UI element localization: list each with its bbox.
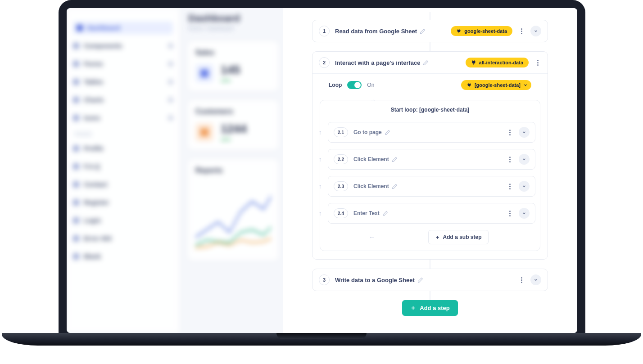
plug-icon <box>456 28 462 34</box>
step-number: 2 <box>319 57 330 68</box>
substep-card: 2.3 Click Element <box>328 176 535 197</box>
step-card-1: 1 Read data from Google Sheet google-she… <box>312 20 548 42</box>
expand-button[interactable] <box>519 154 530 165</box>
more-menu[interactable] <box>518 27 525 35</box>
loop-arrow-right-icon: → <box>370 96 376 103</box>
screen: Dashboard Components Forms Tables Charts… <box>67 8 577 333</box>
pencil-icon[interactable] <box>423 60 429 66</box>
step-number: 3 <box>319 274 330 285</box>
data-tag: google-sheet-data <box>451 26 512 36</box>
connector-line <box>430 12 430 20</box>
pencil-icon[interactable] <box>392 157 398 162</box>
arrow-up-icon: ↑ <box>317 210 323 217</box>
expand-button[interactable] <box>519 208 530 219</box>
chevron-down-icon <box>534 278 538 282</box>
pencil-icon[interactable] <box>385 130 390 135</box>
laptop-notch <box>276 333 367 339</box>
substep-card: 2.4 Enter Text <box>328 203 535 224</box>
add-sub-step-button[interactable]: Add a sub step <box>428 230 488 244</box>
plus-icon <box>435 235 440 240</box>
substep-number: 2.4 <box>334 208 348 218</box>
arrow-up-icon: ↑ <box>317 183 323 190</box>
substep-number: 2.3 <box>334 181 348 191</box>
loop-label: Loop <box>329 82 342 88</box>
substep-number: 2.2 <box>334 154 348 164</box>
loop-frame-title: Start loop: [google-sheet-data] <box>320 100 540 116</box>
loop-arrow-left-icon: ← <box>369 234 375 241</box>
substep-card: 2.1 Go to page <box>328 122 535 143</box>
pencil-icon[interactable] <box>392 184 398 189</box>
plug-icon <box>466 82 472 88</box>
substep-number: 2.1 <box>334 127 348 137</box>
arrow-up-icon: ↑ <box>317 156 323 163</box>
step-title: Read data from Google Sheet <box>335 28 445 35</box>
add-step-button[interactable]: Add a step <box>402 300 457 316</box>
chevron-down-icon <box>522 130 526 135</box>
chevron-down-icon <box>523 83 528 87</box>
plus-icon <box>410 305 416 311</box>
step-title: Interact with a page's interface <box>335 59 460 66</box>
substep-title: Click Element <box>353 156 501 162</box>
background-blurred-ui: Dashboard Components Forms Tables Charts… <box>67 8 283 333</box>
loop-state: On <box>367 82 374 88</box>
data-tag: all-interaction-data <box>466 58 529 67</box>
step-card-3: 3 Write data to a Google Sheet <box>312 269 548 291</box>
arrow-up-icon: ↑ <box>317 129 323 136</box>
pencil-icon[interactable] <box>420 28 426 34</box>
chevron-down-icon <box>522 211 526 216</box>
plug-icon <box>471 60 476 65</box>
expand-button[interactable] <box>519 127 530 138</box>
chevron-down-icon <box>534 29 538 33</box>
more-menu[interactable] <box>506 183 513 190</box>
step-title: Write data to a Google Sheet <box>335 277 512 283</box>
connector-line <box>430 260 430 269</box>
more-menu[interactable] <box>518 276 525 283</box>
loop-source-select[interactable]: [google-sheet-data] <box>461 80 531 90</box>
step-number: 1 <box>319 26 330 36</box>
substep-title: Click Element <box>353 183 501 189</box>
more-menu[interactable] <box>506 129 513 136</box>
more-menu[interactable] <box>534 59 541 66</box>
substep-title: Go to page <box>353 129 501 135</box>
expand-button[interactable] <box>530 26 541 36</box>
step-card-2: 2 Interact with a page's interface all-i… <box>312 51 548 260</box>
expand-button[interactable] <box>519 181 530 192</box>
substep-title: Enter Text <box>353 210 501 216</box>
chevron-down-icon <box>522 157 526 162</box>
more-menu[interactable] <box>506 156 513 163</box>
pencil-icon[interactable] <box>382 211 388 216</box>
chevron-down-icon <box>522 184 526 189</box>
connector-line <box>430 291 430 300</box>
connector-line <box>430 42 430 51</box>
substep-card: 2.2 Click Element <box>328 149 535 170</box>
loop-frame: → Start loop: [google-sheet-data] ↑ 2.1 … <box>320 100 540 251</box>
loop-toggle[interactable] <box>347 81 362 89</box>
laptop-frame: Dashboard Components Forms Tables Charts… <box>59 0 585 333</box>
workflow-panel: 1 Read data from Google Sheet google-she… <box>283 8 577 333</box>
more-menu[interactable] <box>506 210 513 217</box>
expand-button[interactable] <box>530 274 541 285</box>
pencil-icon[interactable] <box>417 277 423 283</box>
